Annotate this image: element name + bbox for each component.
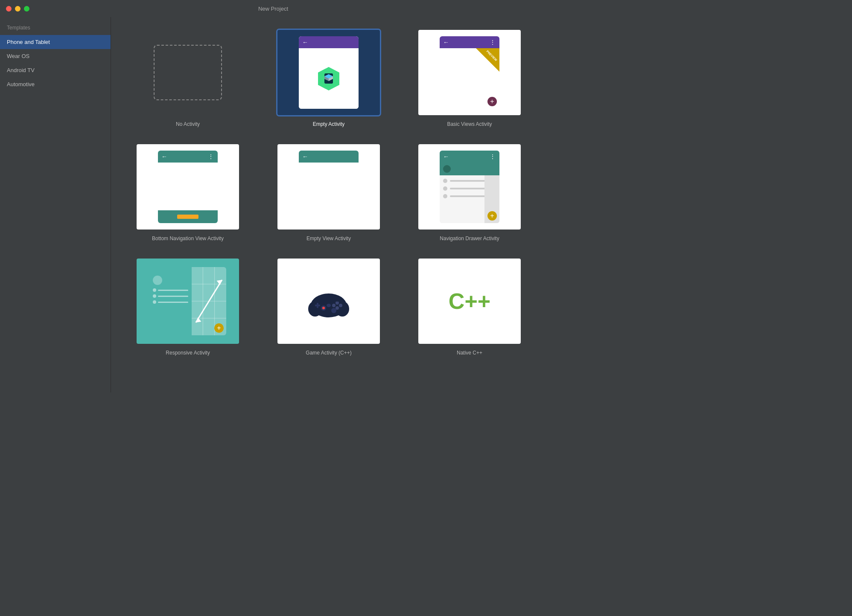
sidebar-section-label: Templates xyxy=(0,21,111,35)
drawer-item-icon-3 xyxy=(443,194,447,198)
resp-line-2 xyxy=(158,296,188,297)
cpp-label: C++ xyxy=(449,288,490,314)
template-empty-view[interactable]: ← Empty View Activity xyxy=(269,144,388,241)
sidebar-item-automotive[interactable]: Automotive xyxy=(0,77,111,91)
title-bar: New Project xyxy=(0,0,546,17)
template-label-native-cpp: Native C++ xyxy=(457,350,482,356)
maximize-button[interactable] xyxy=(24,6,29,12)
svg-point-20 xyxy=(332,304,336,307)
template-label-empty-view: Empty View Activity xyxy=(306,235,351,241)
android-logo-icon xyxy=(315,65,343,93)
templates-grid: No Activity ← xyxy=(128,30,529,356)
minimize-button[interactable] xyxy=(15,6,20,12)
resp-dot-1 xyxy=(153,288,156,292)
template-label-empty-activity: Empty Activity xyxy=(313,121,345,127)
svg-point-14 xyxy=(308,301,322,317)
game-controller-icon xyxy=(307,284,350,318)
resp-dot-3 xyxy=(153,300,156,304)
resp-dot-2 xyxy=(153,294,156,298)
svg-rect-27 xyxy=(335,299,344,302)
template-label-bottom-nav: Bottom Navigation View Activity xyxy=(152,235,224,241)
nav-drawer-back-icon: ← xyxy=(443,153,449,160)
plus-button[interactable]: + xyxy=(487,97,497,106)
resp-line-3 xyxy=(158,302,188,303)
svg-point-18 xyxy=(336,301,339,305)
template-responsive[interactable]: + Responsive Activity xyxy=(128,259,248,356)
nav-indicator xyxy=(177,215,198,219)
close-button[interactable] xyxy=(6,6,12,12)
sidebar-item-wear-os[interactable]: Wear OS xyxy=(0,49,111,63)
svg-point-24 xyxy=(322,307,325,309)
template-bottom-nav[interactable]: ← ⋮ Bottom Navigation View Activity xyxy=(128,144,248,241)
back-arrow-icon: ← xyxy=(302,39,308,46)
template-game-activity[interactable]: Game Activity (C++) xyxy=(269,259,388,356)
responsive-card: + xyxy=(149,267,226,335)
template-label-game-activity: Game Activity (C++) xyxy=(306,350,351,356)
responsive-avatar xyxy=(153,276,162,285)
basic-dots-icon: ⋮ xyxy=(490,39,496,46)
svg-point-25 xyxy=(327,304,331,307)
template-label-nav-drawer: Navigation Drawer Activity xyxy=(440,235,499,241)
sidebar-item-phone-tablet[interactable]: Phone and Tablet xyxy=(0,35,111,49)
drawer-plus-button[interactable]: + xyxy=(487,211,497,221)
empty-view-back-icon: ← xyxy=(302,153,308,160)
svg-point-19 xyxy=(339,304,342,307)
resp-line-1 xyxy=(158,290,188,291)
drawer-avatar xyxy=(443,165,451,173)
template-basic-views[interactable]: ← ⋮ PREVIEW + Basic Views A xyxy=(410,30,529,127)
template-empty-activity[interactable]: ← xyxy=(269,30,388,127)
template-label-responsive: Responsive Activity xyxy=(166,350,210,356)
svg-point-23 xyxy=(331,308,336,313)
svg-rect-26 xyxy=(313,299,323,302)
preview-badge: PREVIEW xyxy=(476,48,499,72)
nav-drawer-dots-icon: ⋮ xyxy=(490,153,496,160)
content-area: No Activity ← xyxy=(111,17,546,392)
no-activity-card xyxy=(154,45,222,100)
window-title: New Project xyxy=(258,6,288,12)
sidebar-item-android-tv[interactable]: Android TV xyxy=(0,63,111,77)
template-label-no-activity: No Activity xyxy=(176,121,200,127)
sidebar: Templates Phone and Tablet Wear OS Andro… xyxy=(0,17,111,392)
bottom-nav-bar xyxy=(158,210,218,223)
bottom-nav-dots-icon: ⋮ xyxy=(208,153,214,160)
window-controls xyxy=(6,6,29,12)
bottom-nav-back-icon: ← xyxy=(161,153,167,160)
drawer-item-icon xyxy=(443,179,447,183)
template-label-basic-views: Basic Views Activity xyxy=(447,121,492,127)
main-layout: Templates Phone and Tablet Wear OS Andro… xyxy=(0,17,546,392)
responsive-plus-button[interactable]: + xyxy=(214,323,224,333)
template-no-activity[interactable]: No Activity xyxy=(128,30,248,127)
svg-rect-17 xyxy=(315,305,320,306)
svg-point-21 xyxy=(336,306,339,310)
basic-back-icon: ← xyxy=(443,39,449,46)
drawer-item-icon-2 xyxy=(443,186,447,191)
template-nav-drawer[interactable]: ← ⋮ xyxy=(410,144,529,241)
template-native-cpp[interactable]: C++ Native C++ xyxy=(410,259,529,356)
